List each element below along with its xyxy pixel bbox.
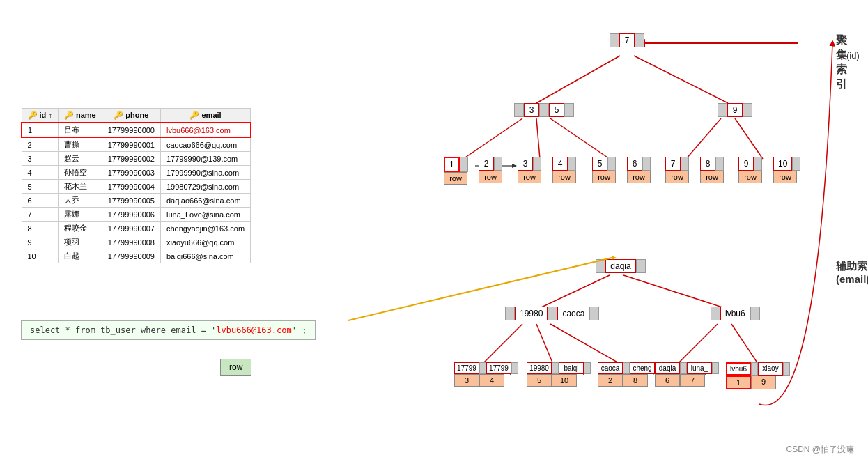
cell-phone: 17799990001 <box>102 137 160 152</box>
ptr <box>505 307 515 320</box>
sec-leaf-lvbu6: lvbu6 xiaoy 1 9 <box>726 362 790 389</box>
cell-name: 露娜 <box>58 208 102 222</box>
leaf-6: 6 row <box>627 157 651 183</box>
svg-line-0 <box>536 56 620 103</box>
col-id: 🔑 id ↑ <box>22 109 58 123</box>
cell-name: 吕布 <box>58 123 102 137</box>
cell-id: 7 <box>22 208 58 222</box>
ptr <box>539 103 549 117</box>
svg-line-3 <box>536 118 540 159</box>
cell-phone: 17799990004 <box>102 180 160 194</box>
cell-email: daqiao666@sina.com <box>160 194 250 208</box>
cell-name: 程咬金 <box>58 222 102 235</box>
val-lvbu6: lvbu6 <box>720 307 750 320</box>
ptr <box>589 307 599 320</box>
cell-phone: 17799990006 <box>102 208 160 222</box>
daqia-val: daqia <box>605 259 636 273</box>
sec-leaf-caoca: caoca cheng 2 8 <box>598 362 662 387</box>
cell-id: 3 <box>22 152 58 166</box>
secondary-label: 辅助索引(email(5)) <box>836 260 868 285</box>
cell-email: caocao666@qq.com <box>160 137 250 152</box>
svg-line-19 <box>623 275 724 308</box>
col-email: 🔑 email <box>160 109 250 123</box>
ptr <box>514 103 524 117</box>
svg-line-24 <box>731 324 759 366</box>
svg-line-6 <box>735 118 763 159</box>
ptr <box>636 259 646 273</box>
val-5: 5 <box>549 103 564 117</box>
leaf-2: 2 row <box>479 157 502 183</box>
cell-name: 大乔 <box>58 194 102 208</box>
ptr <box>711 307 720 320</box>
cell-phone: 17799990009 <box>102 249 160 263</box>
cell-name: 曹操 <box>58 137 102 152</box>
clustered-label: 聚集索引 <box>836 33 850 92</box>
sec-leaf-19980: 19980 baiqi 5 10 <box>527 362 591 387</box>
ptr <box>548 307 557 320</box>
svg-line-4 <box>550 118 610 159</box>
svg-marker-9 <box>512 164 517 168</box>
cell-email: 17799990@139.com <box>160 152 250 166</box>
cell-phone: 17799990008 <box>102 235 160 249</box>
cell-email: baiqi666@sina.com <box>160 249 250 263</box>
leaf-3: 3 row <box>518 157 541 183</box>
secondary-root: daqia <box>596 259 646 273</box>
sql-query: select * from tb_user where email = 'lvb… <box>21 320 316 340</box>
data-table: 🔑 id ↑ 🔑 name 🔑 phone 🔑 email 1 吕布 17799… <box>21 108 251 263</box>
leaf-4: 4 row <box>552 157 576 183</box>
btree-diagram: 聚集索引 (id) 辅助索引(email(5)) 7 3 5 9 1 row 2 <box>404 14 850 446</box>
cell-id: 10 <box>22 249 58 263</box>
cell-id: 4 <box>22 166 58 180</box>
cell-email: 19980729@sina.com <box>160 180 250 194</box>
val-9: 9 <box>727 103 743 117</box>
svg-line-1 <box>634 56 728 103</box>
ptr <box>596 259 605 273</box>
cell-id: 1 <box>22 123 58 137</box>
svg-line-2 <box>463 118 522 159</box>
clustered-l1-left: 3 5 <box>514 103 574 117</box>
svg-line-20 <box>481 324 522 366</box>
cell-id: 6 <box>22 194 58 208</box>
ptr <box>635 33 644 47</box>
cell-id: 8 <box>22 222 58 235</box>
cell-id: 2 <box>22 137 58 152</box>
cell-id: 9 <box>22 235 58 249</box>
clustered-root: 7 <box>610 33 644 47</box>
cell-name: 白起 <box>58 249 102 263</box>
cell-name: 孙悟空 <box>58 166 102 180</box>
cell-name: 项羽 <box>58 235 102 249</box>
col-name: 🔑 name <box>58 109 102 123</box>
ptr <box>750 307 760 320</box>
col-phone: 🔑 phone <box>102 109 160 123</box>
sql-email-highlight: lvbu666@163.com <box>216 325 291 335</box>
cell-name: 花木兰 <box>58 180 102 194</box>
svg-line-21 <box>536 324 554 366</box>
cell-phone: 17799990007 <box>102 222 160 235</box>
sec-leaf-17799a: 17799 17799 3 4 <box>454 362 518 387</box>
cell-phone: 17799990005 <box>102 194 160 208</box>
cell-email: luna_Love@sina.com <box>160 208 250 222</box>
svg-line-5 <box>686 118 721 159</box>
cell-email: 17999990@sina.com <box>160 166 250 180</box>
cell-email: xiaoyu666@qq.com <box>160 235 250 249</box>
val-3: 3 <box>524 103 539 117</box>
leaf-7: 7 row <box>665 157 689 183</box>
cell-phone: 17799990000 <box>102 123 160 137</box>
row-box-bottom: row <box>220 359 251 376</box>
secondary-l1-left: 19980 caoca <box>505 307 599 320</box>
cell-email: chengyaojin@163.com <box>160 222 250 235</box>
leaf-9: 9 row <box>738 157 762 183</box>
ptr <box>564 103 574 117</box>
leaf-5: 5 row <box>592 157 616 183</box>
secondary-l1-right: lvbu6 <box>711 307 760 320</box>
cell-name: 赵云 <box>58 152 102 166</box>
clustered-key-label: (id) <box>846 50 860 61</box>
leaf-10: 10 row <box>773 157 800 183</box>
ptr <box>743 103 752 117</box>
cell-phone: 17799990003 <box>102 166 160 180</box>
val-19980: 19980 <box>515 307 548 320</box>
clustered-l1-right: 9 <box>718 103 752 117</box>
sec-leaf-daqia: daqia luna_ 6 7 <box>655 362 719 387</box>
cell-phone: 17799990002 <box>102 152 160 166</box>
root-val: 7 <box>619 33 635 47</box>
